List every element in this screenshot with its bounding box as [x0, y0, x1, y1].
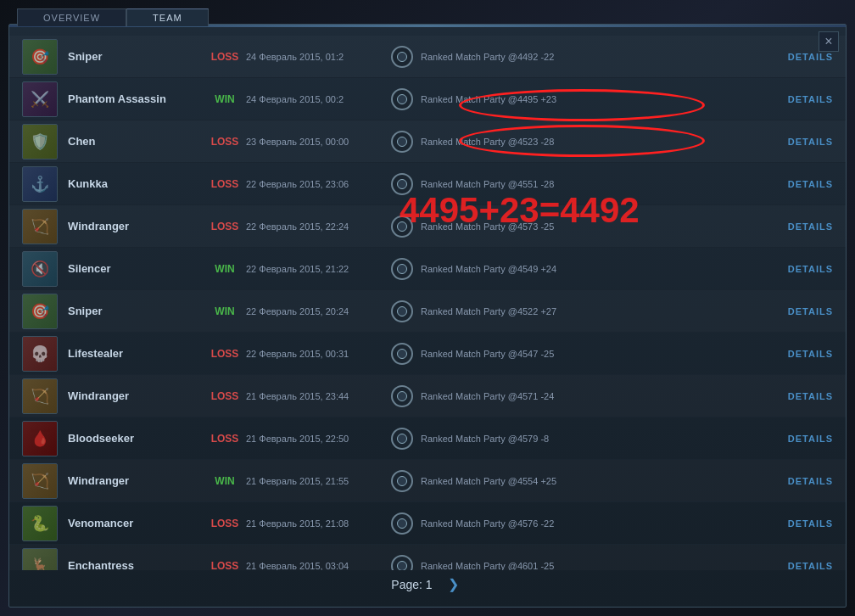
hero-icon: 🦌	[31, 557, 49, 571]
hero-icon: 🔇	[31, 260, 49, 278]
match-row: 🔇 Silencer WIN 22 Февраль 2015, 21:22 Ra…	[9, 248, 846, 290]
match-type-label: Ranked Match Party @4554 +25	[421, 476, 774, 486]
match-date: 21 Февраль 2015, 21:08	[246, 518, 390, 529]
tab-team[interactable]: Team	[126, 8, 209, 26]
match-result: LOSS	[204, 221, 246, 232]
details-button[interactable]: DETAILS	[774, 179, 833, 189]
hero-icon: 🛡️	[31, 132, 49, 151]
match-row: 🦌 Enchantress LOSS 21 Февраль 2015, 03:0…	[9, 545, 846, 570]
mmr-icon-inner	[397, 52, 407, 62]
hero-name: Sniper	[68, 50, 204, 63]
close-button[interactable]: ×	[819, 31, 839, 52]
match-row: 🩸 Bloodseeker LOSS 21 Февраль 2015, 22:5…	[9, 417, 846, 460]
hero-icon: 🏹	[31, 217, 49, 236]
details-button[interactable]: DETAILS	[774, 94, 833, 104]
tab-bar: Overview Team	[0, 0, 855, 25]
match-row: ⚓ Kunkka LOSS 22 Февраль 2015, 23:06 Ran…	[9, 163, 846, 205]
match-result: WIN	[204, 475, 246, 487]
match-result: LOSS	[204, 348, 246, 360]
match-result: LOSS	[204, 518, 246, 529]
mmr-icon-inner	[397, 476, 407, 486]
details-button[interactable]: DETAILS	[774, 52, 833, 62]
pagination: Page: 1 ❯	[9, 574, 846, 594]
match-row: 🏹 Windranger WIN 21 Февраль 2015, 21:55 …	[9, 460, 846, 502]
details-button[interactable]: DETAILS	[774, 264, 833, 274]
hero-icon: 🎯	[31, 48, 49, 66]
hero-avatar: 🐍	[22, 506, 58, 541]
match-type-icon	[390, 87, 414, 111]
details-button[interactable]: DETAILS	[774, 561, 833, 571]
hero-name: Windranger	[68, 474, 204, 487]
match-date: 22 Февраль 2015, 21:22	[246, 264, 390, 274]
match-result: LOSS	[204, 136, 246, 148]
match-type-label: Ranked Match Party @4523 -28	[421, 137, 774, 147]
tab-overview[interactable]: Overview	[17, 8, 126, 26]
hero-icon: 🏹	[31, 387, 49, 406]
hero-avatar: 💀	[22, 336, 58, 372]
match-type-icon	[390, 469, 414, 493]
match-row: 💀 Lifestealer LOSS 22 Февраль 2015, 00:3…	[9, 333, 846, 375]
hero-name: Enchantress	[68, 559, 204, 570]
match-row: ⚔️ Phantom Assassin WIN 24 Февраль 2015,…	[9, 78, 846, 120]
mmr-icon	[391, 300, 413, 322]
mmr-icon-inner	[397, 264, 407, 274]
match-result: LOSS	[204, 560, 246, 571]
match-type-label: Ranked Match Party @4522 +27	[421, 306, 774, 316]
mmr-icon-inner	[397, 561, 407, 571]
hero-name: Windranger	[68, 220, 204, 232]
details-button[interactable]: DETAILS	[774, 391, 833, 401]
hero-name: Sniper	[68, 305, 204, 317]
match-type-icon	[390, 342, 414, 366]
mmr-icon	[391, 385, 413, 407]
next-page-button[interactable]: ❯	[443, 574, 464, 594]
mmr-icon-inner	[397, 179, 407, 189]
match-type-label: Ranked Match Party @4547 -25	[421, 349, 774, 359]
match-date: 22 Февраль 2015, 00:31	[246, 349, 390, 359]
hero-name: Silencer	[68, 262, 204, 275]
hero-avatar: ⚔️	[22, 81, 58, 117]
match-row: 🏹 Windranger LOSS 21 Февраль 2015, 23:44…	[9, 375, 846, 417]
hero-avatar: 🩸	[22, 421, 58, 456]
mmr-icon-inner	[397, 94, 407, 104]
match-date: 24 Февраль 2015, 01:2	[246, 52, 390, 62]
match-result: LOSS	[204, 178, 246, 190]
mmr-icon	[391, 555, 413, 571]
details-button[interactable]: DETAILS	[774, 137, 833, 147]
details-button[interactable]: DETAILS	[774, 349, 833, 359]
hero-icon: 🎯	[31, 302, 49, 321]
mmr-icon	[391, 131, 413, 153]
match-result: LOSS	[204, 51, 246, 63]
page-label: Page: 1	[391, 578, 432, 591]
mmr-icon	[391, 46, 413, 68]
match-result: WIN	[204, 263, 246, 275]
match-type-label: Ranked Match Party @4549 +24	[421, 264, 774, 274]
match-type-icon	[390, 384, 414, 408]
mmr-icon	[391, 216, 413, 238]
match-row: 🎯 Sniper WIN 22 Февраль 2015, 20:24 Rank…	[9, 290, 846, 333]
hero-avatar: 🏹	[22, 378, 58, 414]
hero-avatar: 🏹	[22, 463, 58, 499]
hero-avatar: 🏹	[22, 209, 58, 244]
details-button[interactable]: DETAILS	[774, 306, 833, 316]
match-type-icon	[390, 215, 414, 238]
details-button[interactable]: DETAILS	[774, 434, 833, 444]
hero-avatar: 🛡️	[22, 124, 58, 160]
match-result: LOSS	[204, 390, 246, 402]
mmr-icon	[391, 428, 413, 450]
hero-name: Phantom Assassin	[68, 92, 204, 105]
mmr-icon	[391, 88, 413, 110]
details-button[interactable]: DETAILS	[774, 518, 833, 529]
match-result: LOSS	[204, 433, 246, 445]
hero-name: Lifestealer	[68, 347, 204, 360]
match-row: 🎯 Sniper LOSS 24 Февраль 2015, 01:2 Rank…	[9, 36, 846, 78]
match-date: 23 Февраль 2015, 00:00	[246, 137, 390, 147]
match-type-label: Ranked Match Party @4495 +23	[421, 94, 774, 104]
match-type-icon	[390, 300, 414, 323]
match-type-label: Ranked Match Party @4492 -22	[421, 52, 774, 62]
details-button[interactable]: DETAILS	[774, 221, 833, 232]
details-button[interactable]: DETAILS	[774, 476, 833, 486]
match-type-label: Ranked Match Party @4601 -25	[421, 561, 774, 571]
hero-avatar: 🎯	[22, 39, 58, 75]
match-date: 24 Февраль 2015, 00:2	[246, 94, 390, 104]
match-date: 21 Февраль 2015, 21:55	[246, 476, 390, 486]
